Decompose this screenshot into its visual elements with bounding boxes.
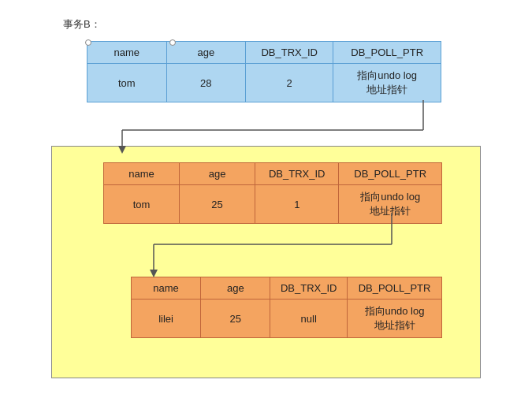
- undo-table-2: name age DB_TRX_ID DB_POLL_PTR lilei 25 …: [131, 277, 442, 338]
- u2-header-name: name: [132, 277, 201, 300]
- u2-header-age: age: [201, 277, 270, 300]
- top-row-trxid: 2: [246, 64, 333, 102]
- u1-header-trxid: DB_TRX_ID: [255, 163, 339, 185]
- top-header-age: age: [166, 42, 246, 64]
- top-header-ptr: DB_POLL_PTR: [333, 42, 441, 64]
- u2-row-ptr: 指向undo log地址指针: [348, 300, 442, 338]
- dot-1: [85, 39, 91, 46]
- u1-row-age: 25: [180, 185, 255, 224]
- u1-row-ptr: 指向undo log地址指针: [339, 185, 442, 224]
- u1-row-name: tom: [104, 185, 180, 224]
- u1-row-trxid: 1: [255, 185, 339, 224]
- u2-header-ptr: DB_POLL_PTR: [348, 277, 442, 300]
- undo-log-box: name age DB_TRX_ID DB_POLL_PTR tom 25 1 …: [51, 146, 481, 378]
- u1-header-ptr: DB_POLL_PTR: [339, 163, 442, 185]
- undo-table-1: name age DB_TRX_ID DB_POLL_PTR tom 25 1 …: [103, 162, 442, 224]
- top-header-trxid: DB_TRX_ID: [246, 42, 333, 64]
- u2-row-trxid: null: [270, 300, 348, 338]
- page: 事务B： name age DB_TRX_ID DB_POLL_PTR tom …: [0, 0, 532, 413]
- top-row-age: 28: [166, 64, 246, 102]
- u2-row-name: lilei: [132, 300, 201, 338]
- top-header-name: name: [87, 42, 167, 64]
- transaction-b-label: 事务B：: [63, 17, 101, 32]
- top-row-ptr: 指向undo log地址指针: [333, 64, 441, 102]
- u1-header-name: name: [104, 163, 180, 185]
- u2-row-age: 25: [201, 300, 270, 338]
- u1-header-age: age: [180, 163, 255, 185]
- top-row-name: tom: [87, 64, 167, 102]
- u2-header-trxid: DB_TRX_ID: [270, 277, 348, 300]
- dot-2: [169, 39, 176, 46]
- top-table: name age DB_TRX_ID DB_POLL_PTR tom 28 2 …: [87, 41, 441, 102]
